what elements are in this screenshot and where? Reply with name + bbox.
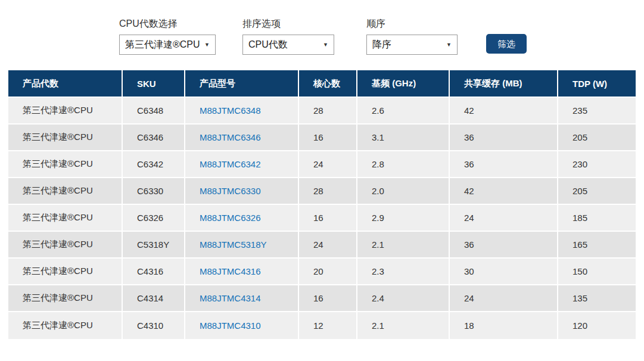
- cell-base-freq: 2.8: [357, 151, 450, 178]
- column-header: 核心数: [299, 70, 357, 98]
- order-filter-group: 顺序 降序 ▼: [366, 18, 458, 55]
- table-row: 第三代津逮®CPU C5318Y M88JTMC5318Y 24 2.1 36 …: [8, 232, 636, 259]
- table-header-row: 产品代数SKU产品型号核心数基频 (GHz)共享缓存 (MB)TDP (W): [8, 70, 636, 98]
- cell-cache: 24: [450, 205, 558, 232]
- cell-sku: C5318Y: [123, 232, 185, 259]
- cell-tdp: 135: [558, 285, 636, 312]
- cell-cores: 28: [299, 178, 357, 205]
- cell-model: M88JTMC5318Y: [185, 232, 299, 259]
- model-link[interactable]: M88JTMC4316: [200, 266, 261, 276]
- cell-cache: 36: [450, 232, 558, 259]
- column-header: 基频 (GHz): [357, 70, 450, 98]
- cell-base-freq: 2.1: [357, 312, 450, 339]
- cell-generation: 第三代津逮®CPU: [8, 205, 123, 232]
- model-link[interactable]: M88JTMC4310: [200, 320, 261, 331]
- generation-filter-group: CPU代数选择 第三代津逮®CPU ▼: [119, 18, 216, 55]
- cell-tdp: 120: [558, 312, 636, 339]
- cell-cache: 36: [450, 151, 558, 178]
- cpu-filter-page: CPU代数选择 第三代津逮®CPU ▼ 排序选项 CPU代数 ▼ 顺序 降序 ▼…: [0, 0, 644, 361]
- model-link[interactable]: M88JTMC6348: [200, 105, 261, 116]
- table-row: 第三代津逮®CPU C6346 M88JTMC6346 16 3.1 36 20…: [8, 125, 636, 151]
- cell-sku: C4310: [123, 312, 185, 339]
- table-row: 第三代津逮®CPU C6348 M88JTMC6348 28 2.6 42 23…: [8, 98, 636, 125]
- cell-tdp: 205: [558, 178, 636, 205]
- model-link[interactable]: M88JTMC4314: [200, 293, 261, 303]
- cell-cache: 24: [450, 285, 558, 312]
- cell-generation: 第三代津逮®CPU: [8, 125, 123, 151]
- cell-base-freq: 2.4: [357, 285, 450, 312]
- column-header: TDP (W): [558, 70, 636, 98]
- cell-cache: 36: [450, 125, 558, 151]
- order-filter-label: 顺序: [366, 18, 458, 30]
- model-link[interactable]: M88JTMC6342: [200, 159, 261, 169]
- chevron-down-icon: ▼: [446, 42, 452, 48]
- generation-select[interactable]: 第三代津逮®CPU ▼: [119, 35, 216, 55]
- cell-generation: 第三代津逮®CPU: [8, 232, 123, 259]
- cell-cores: 24: [299, 232, 357, 259]
- cell-cores: 16: [299, 125, 357, 151]
- cell-cores: 24: [299, 151, 357, 178]
- model-link[interactable]: M88JTMC6326: [200, 213, 261, 223]
- cell-base-freq: 2.6: [357, 98, 450, 125]
- column-header: 共享缓存 (MB): [450, 70, 558, 98]
- cell-model: M88JTMC6326: [185, 205, 299, 232]
- cell-cache: 18: [450, 312, 558, 339]
- column-header: 产品型号: [185, 70, 299, 98]
- generation-filter-label: CPU代数选择: [119, 18, 216, 30]
- table-row: 第三代津逮®CPU C6330 M88JTMC6330 28 2.0 42 20…: [8, 178, 636, 205]
- cell-tdp: 165: [558, 232, 636, 259]
- cell-sku: C4314: [123, 285, 185, 312]
- table-row: 第三代津逮®CPU C4316 M88JTMC4316 20 2.3 30 15…: [8, 259, 636, 285]
- cell-base-freq: 3.1: [357, 125, 450, 151]
- chevron-down-icon: ▼: [323, 42, 328, 48]
- sort-select[interactable]: CPU代数 ▼: [242, 35, 334, 55]
- cell-sku: C6326: [123, 205, 185, 232]
- cell-sku: C6330: [123, 178, 185, 205]
- model-link[interactable]: M88JTMC6330: [200, 186, 261, 196]
- cell-cores: 16: [299, 285, 357, 312]
- column-header: 产品代数: [8, 70, 123, 98]
- cell-sku: C4316: [123, 259, 185, 285]
- cell-cores: 28: [299, 98, 357, 125]
- cell-model: M88JTMC4314: [185, 285, 299, 312]
- cell-generation: 第三代津逮®CPU: [8, 151, 123, 178]
- table-row: 第三代津逮®CPU C6326 M88JTMC6326 16 2.9 24 18…: [8, 205, 636, 232]
- cell-base-freq: 2.9: [357, 205, 450, 232]
- cell-generation: 第三代津逮®CPU: [8, 259, 123, 285]
- column-header: SKU: [123, 70, 185, 98]
- cell-model: M88JTMC4316: [185, 259, 299, 285]
- cell-generation: 第三代津逮®CPU: [8, 285, 123, 312]
- cell-model: M88JTMC6342: [185, 151, 299, 178]
- cell-generation: 第三代津逮®CPU: [8, 178, 123, 205]
- filter-submit-button[interactable]: 筛选: [486, 34, 527, 54]
- cell-model: M88JTMC6330: [185, 178, 299, 205]
- cell-sku: C6342: [123, 151, 185, 178]
- table-header: 产品代数SKU产品型号核心数基频 (GHz)共享缓存 (MB)TDP (W): [8, 70, 636, 98]
- cell-sku: C6348: [123, 98, 185, 125]
- generation-select-value: 第三代津逮®CPU: [125, 39, 200, 51]
- cell-model: M88JTMC6348: [185, 98, 299, 125]
- cell-tdp: 185: [558, 205, 636, 232]
- order-select[interactable]: 降序 ▼: [366, 35, 458, 55]
- model-link[interactable]: M88JTMC6346: [200, 132, 261, 142]
- table-body: 第三代津逮®CPU C6348 M88JTMC6348 28 2.6 42 23…: [8, 98, 636, 339]
- cell-sku: C6346: [123, 125, 185, 151]
- chevron-down-icon: ▼: [204, 42, 210, 48]
- cell-generation: 第三代津逮®CPU: [8, 98, 123, 125]
- cell-generation: 第三代津逮®CPU: [8, 312, 123, 339]
- cell-model: M88JTMC6346: [185, 125, 299, 151]
- cell-cache: 30: [450, 259, 558, 285]
- cell-tdp: 235: [558, 98, 636, 125]
- cell-cores: 16: [299, 205, 357, 232]
- model-link[interactable]: M88JTMC5318Y: [200, 239, 267, 250]
- cell-tdp: 150: [558, 259, 636, 285]
- cell-cores: 20: [299, 259, 357, 285]
- order-select-value: 降序: [372, 39, 391, 51]
- cell-cores: 12: [299, 312, 357, 339]
- table-row: 第三代津逮®CPU C4310 M88JTMC4310 12 2.1 18 12…: [8, 312, 636, 339]
- cell-model: M88JTMC4310: [185, 312, 299, 339]
- table-row: 第三代津逮®CPU C6342 M88JTMC6342 24 2.8 36 23…: [8, 151, 636, 178]
- cell-base-freq: 2.0: [357, 178, 450, 205]
- sort-filter-label: 排序选项: [242, 18, 334, 30]
- sort-filter-group: 排序选项 CPU代数 ▼: [242, 18, 334, 55]
